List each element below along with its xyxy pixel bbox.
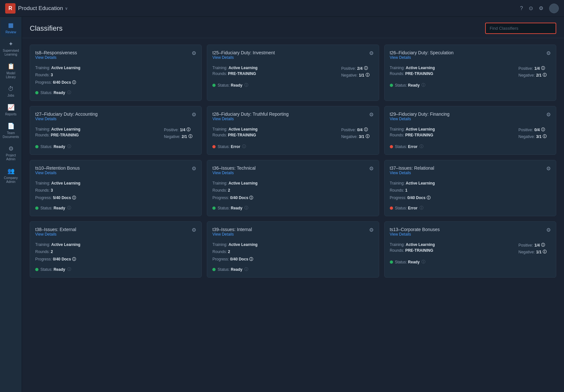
positive-value: Positive: 1/4 ⓘ — [518, 66, 551, 71]
settings-icon[interactable]: ⚙ — [539, 5, 543, 11]
status-info-icon[interactable]: ⓘ — [67, 90, 71, 95]
card-status: Status: Ready ⓘ — [212, 82, 373, 88]
sidebar-item-reports[interactable]: 📈 Reports — [1, 101, 21, 119]
positive-value: Positive: 1/4 ⓘ — [518, 242, 551, 248]
view-details-link[interactable]: View Details — [390, 171, 434, 175]
jobs-icon: ⏱ — [8, 86, 14, 93]
gear-icon[interactable]: ⚙ — [546, 165, 551, 172]
status-text: Status: Ready — [395, 260, 420, 264]
status-info-icon[interactable]: ⓘ — [244, 82, 248, 88]
view-details-link[interactable]: View Details — [212, 55, 275, 60]
card-t39: t39–Issues: Internal View Details ⚙ Trai… — [207, 221, 379, 278]
card-title: t28–Fiduciary Duty: Truthful Reporting — [212, 111, 289, 117]
info-icon[interactable]: ⓘ — [541, 127, 545, 132]
info-icon[interactable]: ⓘ — [541, 242, 545, 248]
card-title: ts10–Retention Bonus — [35, 165, 80, 171]
status-info-icon[interactable]: ⓘ — [242, 144, 246, 149]
info-icon[interactable]: ⓘ — [186, 127, 190, 132]
status-info-icon[interactable]: ⓘ — [244, 267, 248, 272]
card-t25: t25–Fiduciary Duty: Investment View Deta… — [207, 45, 379, 101]
app-title[interactable]: Product Education ∨ — [18, 5, 68, 12]
team-documents-icon: 📄 — [7, 123, 15, 130]
gear-icon[interactable]: ⚙ — [546, 227, 551, 233]
review-icon: ▦ — [8, 22, 14, 29]
info-icon[interactable]: ⓘ — [364, 66, 368, 71]
progress-info-icon[interactable]: ⓘ — [72, 196, 76, 200]
status-info-icon[interactable]: ⓘ — [421, 82, 425, 88]
positive-value: Positive: 0/4 ⓘ — [518, 127, 551, 132]
info-icon[interactable]: ⓘ — [188, 134, 192, 139]
negative-value: Negative: 2/1 ⓘ — [164, 134, 196, 139]
sidebar-item-review[interactable]: ▦ Review — [1, 19, 21, 37]
gear-icon[interactable]: ⚙ — [369, 227, 374, 233]
status-info-icon[interactable]: ⓘ — [67, 205, 71, 211]
app-title-text: Product Education — [18, 5, 63, 12]
gear-icon[interactable]: ⚙ — [192, 165, 196, 172]
info-icon[interactable]: ⓘ — [364, 127, 368, 132]
gear-icon[interactable]: ⚙ — [192, 227, 196, 233]
card-body: Training: Active Learning Rounds: PRE-TR… — [390, 242, 551, 265]
progress-info-icon[interactable]: ⓘ — [427, 196, 431, 200]
status-text: Status: Ready — [40, 206, 65, 210]
status-info-icon[interactable]: ⓘ — [420, 144, 423, 149]
status-text: Status: Ready — [40, 267, 65, 272]
info-icon[interactable]: ⓘ — [366, 134, 369, 139]
positive-value: Positive: 2/4 ⓘ — [341, 66, 374, 71]
status-dot — [390, 84, 393, 87]
gear-icon[interactable]: ⚙ — [369, 50, 374, 56]
status-text: Status: Ready — [40, 144, 65, 149]
sidebar-item-supervised-learning[interactable]: ✦ Supervised Learning — [1, 38, 21, 59]
info-icon[interactable]: ⓘ — [541, 66, 545, 71]
card-body: Training: Active Learning Rounds: PRE-TR… — [212, 66, 373, 88]
sidebar-item-project-admin[interactable]: ⚙ Project Admin — [1, 143, 21, 164]
gear-icon[interactable]: ⚙ — [369, 111, 374, 118]
card-ts8: ts8–Responsiveness View Details ⚙ Traini… — [30, 45, 202, 101]
gear-icon[interactable]: ⚙ — [369, 165, 374, 172]
status-info-icon[interactable]: ⓘ — [67, 144, 71, 149]
view-details-link[interactable]: View Details — [35, 232, 76, 237]
gear-icon[interactable]: ⚙ — [192, 50, 196, 56]
positive-value: Positive: 1/4 ⓘ — [164, 127, 196, 132]
view-details-link[interactable]: View Details — [212, 117, 289, 121]
progress-info-icon[interactable]: ⓘ — [72, 257, 76, 261]
info-icon[interactable]: ⓘ — [543, 249, 547, 255]
view-details-link[interactable]: View Details — [35, 171, 80, 175]
status-info-icon[interactable]: ⓘ — [67, 267, 71, 272]
sidebar-item-jobs[interactable]: ⏱ Jobs — [1, 83, 21, 101]
app-logo[interactable]: R — [5, 3, 16, 14]
gear-icon[interactable]: ⚙ — [546, 50, 551, 56]
status-info-icon[interactable]: ⓘ — [244, 205, 248, 211]
view-details-link[interactable]: View Details — [390, 55, 454, 60]
info-icon[interactable]: ⓘ — [543, 72, 547, 78]
info-icon[interactable]: ⓘ — [366, 72, 369, 78]
sidebar: ▦ Review ✦ Supervised Learning 📋 Model L… — [0, 17, 22, 392]
info-icon[interactable]: ⓘ — [543, 134, 547, 139]
status-info-icon[interactable]: ⓘ — [420, 205, 423, 211]
progress-info-icon[interactable]: ⓘ — [249, 257, 253, 261]
view-details-link[interactable]: View Details — [35, 117, 98, 121]
gear-icon[interactable]: ⚙ — [546, 111, 551, 118]
view-details-link[interactable]: View Details — [390, 117, 450, 121]
status-info-icon[interactable]: ⓘ — [421, 259, 425, 265]
card-t28: t28–Fiduciary Duty: Truthful Reporting V… — [207, 106, 379, 155]
progress-info-icon[interactable]: ⓘ — [249, 196, 253, 200]
sidebar-item-company-admin[interactable]: 👥 Company Admin — [1, 165, 21, 186]
sidebar-item-team-documents[interactable]: 📄 Team Documents — [1, 120, 21, 142]
view-details-link[interactable]: View Details — [212, 171, 256, 175]
card-ts10: ts10–Retention Bonus View Details ⚙ Trai… — [30, 160, 202, 216]
view-details-link[interactable]: View Details — [212, 232, 252, 237]
avatar[interactable] — [549, 4, 559, 13]
sidebar-label-review: Review — [5, 30, 16, 34]
search-input[interactable] — [485, 23, 556, 34]
status-dot — [212, 268, 216, 271]
help-icon[interactable]: ? — [520, 5, 523, 11]
eye-icon[interactable]: ⊙ — [529, 5, 533, 11]
view-details-link[interactable]: View Details — [35, 55, 77, 60]
supervised-learning-icon: ✦ — [8, 41, 13, 48]
view-details-link[interactable]: View Details — [390, 232, 440, 237]
progress-info-icon[interactable]: ⓘ — [72, 80, 76, 85]
card-title: ts8–Responsiveness — [35, 50, 77, 55]
card-body: Training: Active Learning Rounds: 2 Prog… — [212, 181, 373, 211]
sidebar-item-model-library[interactable]: 📋 Model Library — [1, 60, 21, 82]
gear-icon[interactable]: ⚙ — [192, 111, 196, 118]
